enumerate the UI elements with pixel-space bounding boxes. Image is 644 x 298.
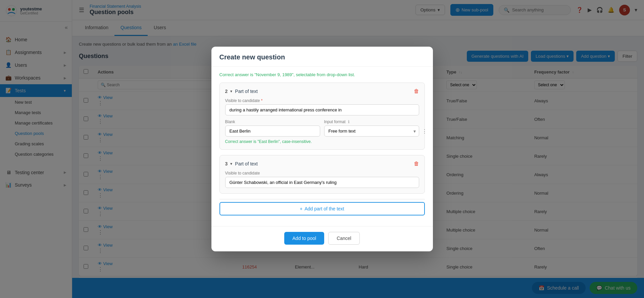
- input-format-label: Input format ℹ: [324, 119, 419, 124]
- create-question-modal: Create new question Correct answer is "N…: [211, 47, 433, 251]
- info-icon: ℹ: [348, 119, 350, 124]
- visible-candidate-input-3[interactable]: [225, 177, 419, 188]
- modal-body: Correct answer is "November 9, 1989", se…: [211, 67, 433, 226]
- blank-label: Blank: [225, 119, 320, 124]
- part-2-chevron[interactable]: ▾: [230, 89, 232, 94]
- select-dots-icon[interactable]: ⋮: [422, 128, 427, 134]
- part-3-label: Part of text: [235, 161, 258, 166]
- add-part-of-text-button[interactable]: + Add part of the text: [219, 202, 425, 215]
- visible-candidate-label-3: Visible to candidate: [225, 171, 419, 176]
- part-2-header: 2 ▾ Part of text 🗑: [225, 88, 419, 94]
- input-format-select-wrapper: Free form text Multiple choice ⋮: [324, 126, 419, 137]
- correct-answer-note-2: Correct answer is "East Berlin", case-in…: [225, 139, 419, 144]
- part-2-number: 2: [225, 89, 228, 94]
- input-format-field: Input format ℹ Free form text Multiple c…: [324, 119, 419, 137]
- required-star-2: *: [261, 98, 263, 103]
- part-2-section: 2 ▾ Part of text 🗑 Visible to candidate …: [219, 83, 425, 150]
- modal-overlay: Create new question Correct answer is "N…: [0, 0, 644, 298]
- part-3-chevron[interactable]: ▾: [230, 161, 232, 166]
- part-3-section: 3 ▾ Part of text 🗑 Visible to candidate: [219, 155, 425, 194]
- plus-part-icon: +: [300, 206, 302, 211]
- modal-title: Create new question: [219, 53, 285, 61]
- visible-candidate-input-2[interactable]: [225, 104, 419, 115]
- modal-footer: Add to pool Cancel: [211, 226, 433, 251]
- part-3-delete-button[interactable]: 🗑: [414, 161, 419, 167]
- part-3-number: 3: [225, 161, 228, 166]
- part-3-header: 3 ▾ Part of text 🗑: [225, 161, 419, 167]
- add-part-label: Add part of the text: [304, 206, 344, 211]
- part-2-delete-button[interactable]: 🗑: [414, 88, 419, 94]
- part-2-label: Part of text: [235, 89, 258, 94]
- visible-candidate-label-2: Visible to candidate *: [225, 98, 419, 103]
- add-to-pool-button[interactable]: Add to pool: [284, 232, 324, 245]
- cancel-button[interactable]: Cancel: [328, 232, 360, 245]
- correct-answer-note-1: Correct answer is "November 9, 1989", se…: [219, 72, 425, 77]
- part-2-two-col: Blank Input format ℹ Free form text Mult…: [225, 119, 419, 137]
- input-format-select[interactable]: Free form text Multiple choice: [324, 126, 419, 137]
- modal-header: Create new question: [211, 47, 433, 67]
- blank-field: Blank: [225, 119, 320, 137]
- blank-input[interactable]: [225, 126, 320, 137]
